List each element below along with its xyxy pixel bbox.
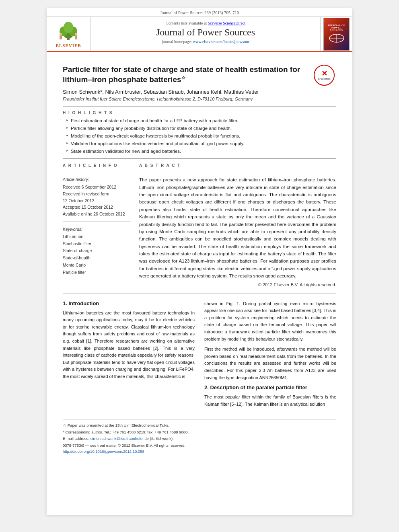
title-star: ☆ [181,75,185,80]
highlights-title: H I G H L I G H T S [63,111,336,115]
divider-1 [63,106,336,107]
thumb-graphic [329,33,345,44]
article-info-col: A R T I C L E I N F O Article history: R… [63,163,131,287]
section2-para: The most popular filter within the famil… [204,394,336,408]
intro-para-1: Lithium-ion batteries are the most favou… [63,310,195,380]
elsevier-logo: ELSEVIER [56,20,82,48]
email-suffix: (S. Schwunk). [150,436,174,441]
intro-col-left: 1. Introduction Lithium-ion batteries ar… [63,300,195,411]
journal-homepage: journal homepage: www.elsevier.com/locat… [95,39,316,44]
email-link[interactable]: simon.schwunk@ise.fraunhofer.de [90,436,149,441]
sciverse-link[interactable]: SciVerse ScienceDirect [208,21,246,25]
highlight-item-3: Modelling of the open-circuit voltage hy… [66,133,336,139]
crossmark-inner: ✕ CrossMark [314,65,335,86]
keyword-2: Stochastic filter [63,240,131,248]
keyword-6: Particle filter [63,269,131,276]
intro-col-right: shown in Fig. 1. During partial cycling … [204,300,336,411]
intro-section: 1. Introduction Lithium-ion batteries ar… [63,294,336,411]
authors: Simon Schwunk*, Nils Armbruster, Sebasti… [63,89,336,95]
page: Journal of Power Sources 239 (2013) 705–… [47,8,352,515]
footnote-star: ☆ Paper was presented at the 13th Ulm El… [63,423,336,428]
keyword-3: State-of-charge [63,247,131,255]
elsevier-brand: ELSEVIER [56,43,82,48]
divider-5 [139,172,336,172]
abstract-col: A B S T R A C T The paper presents a new… [139,163,336,287]
doi-link[interactable]: http://dx.doi.org/10.1016/j.jpowsour.201… [63,449,144,454]
highlights-section: H I G H L I G H T S First estimation of … [63,111,336,154]
keyword-5: Monte Carlo [63,262,131,269]
journal-header: ELSEVIER Contents lists available at Sci… [47,17,352,52]
keyword-1: Lithium-ion [63,233,131,240]
affiliation: Fraunhofer Institut fuer Solare Energies… [63,97,336,101]
highlight-item-4: Validated for applications like electric… [66,140,336,147]
abstract-copyright: © 2012 Elsevier B.V. All rights reserved… [139,282,336,287]
abstract-label: A B S T R A C T [139,163,336,168]
section2-heading: 2. Description of the parallel particle … [204,384,336,390]
journal-top-bar: Journal of Power Sources 239 (2013) 705–… [47,8,352,17]
article-title-text: Particle filter for state of charge and … [63,65,300,84]
journal-thumbnail-area: JOURNAL OF POWER SOURCES [320,17,352,51]
footnote-email: E-mail address: simon.schwunk@ise.fraunh… [63,436,336,442]
history-date-5: Available online 26 October 2012 [63,211,131,218]
history-date-1: Received 6 September 2012 [63,184,131,191]
highlight-item-5: State estimation validated for new and a… [66,148,336,154]
divider-4 [63,222,131,222]
svg-rect-6 [75,35,77,39]
highlights-list: First estimation of state of charge and … [63,117,336,154]
issn-line-1: 0378-7753/$ — see front matter © 2012 El… [63,443,336,448]
intro-heading: 1. Introduction [63,300,195,306]
journal-homepage-link[interactable]: www.elsevier.com/locate/jpowsour [193,39,249,44]
svg-point-7 [60,33,62,35]
keywords-label: Keywords: [63,226,131,233]
thumb-text-3: SOURCES [330,29,343,31]
elsevier-tree-icon [56,20,80,42]
journal-citation: Journal of Power Sources 239 (2013) 705–… [160,10,239,15]
journal-header-center: Contents lists available at SciVerse Sci… [91,17,320,51]
issn-doi: http://dx.doi.org/10.1016/j.jpowsour.201… [63,449,336,454]
highlight-item-1: First estimation of state of charge and … [66,117,336,124]
keyword-4: State-of-health [63,255,131,262]
history-date-3: 12 October 2012 [63,197,131,204]
keywords-section: Keywords: Lithium-ion Stochastic filter … [63,226,131,276]
journal-title-header: Journal of Power Sources [95,27,316,38]
footnote-corresponding: * Corresponding author. Tel.: +49 761 45… [63,429,336,435]
history-date-2: Received in revised form [63,191,131,197]
journal-thumbnail: JOURNAL OF POWER SOURCES [323,18,350,51]
history-label: Article history: [63,176,131,183]
article-info-abstract: A R T I C L E I N F O Article history: R… [63,163,336,287]
sciverse-line: Contents lists available at SciVerse Sci… [95,21,316,25]
email-label: E-mail address: [63,436,89,441]
article-title-area: Particle filter for state of charge and … [63,65,336,85]
history-date-4: Accepted 15 October 2012 [63,204,131,211]
intro-two-col: 1. Introduction Lithium-ion batteries ar… [63,300,336,411]
page-footer: ☆ Paper was presented at the 13th Ulm El… [63,419,336,454]
article-info-label: A R T I C L E I N F O [63,163,131,168]
svg-point-8 [75,33,77,35]
crossmark-icon: ✕ [321,70,327,77]
svg-rect-5 [60,35,62,39]
intro-para-2: First the method will be introduced, aft… [204,346,336,381]
svg-point-4 [64,22,73,33]
highlight-item-2: Particle filter allowing any probability… [66,125,336,131]
main-content: Particle filter for state of charge and … [47,52,352,462]
crossmark-label: CrossMark [318,78,330,81]
crossmark-badge: ✕ CrossMark [314,65,336,87]
intro-para-1-cont: shown in Fig. 1. During partial cycling … [204,300,336,343]
elsevier-logo-area: ELSEVIER [47,17,91,51]
abstract-text: The paper presents a new approach for st… [139,176,336,279]
divider-6 [63,294,336,294]
article-history: Article history: Received 6 September 20… [63,176,131,218]
divider-2 [63,158,336,159]
divider-3 [63,172,131,172]
